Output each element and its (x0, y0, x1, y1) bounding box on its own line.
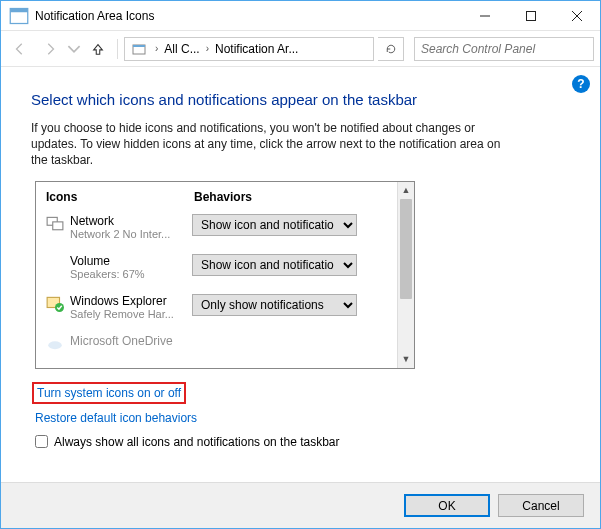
icons-list-panel: Icons Behaviors Network Network 2 No Int… (35, 181, 415, 369)
scroll-down-icon[interactable]: ▼ (398, 351, 414, 368)
breadcrumb-root-icon (131, 41, 147, 57)
item-subtitle: Safely Remove Har... (70, 308, 192, 320)
links-section: Turn system icons on or off Restore defa… (35, 383, 570, 425)
close-button[interactable] (554, 1, 600, 31)
page-heading: Select which icons and notifications app… (31, 91, 570, 108)
list-item: Volume Speakers: 67% Show icon and notif… (46, 250, 387, 290)
ok-button[interactable]: OK (404, 494, 490, 517)
svg-rect-1 (10, 8, 28, 12)
item-name: Volume (70, 254, 192, 268)
svg-rect-3 (527, 12, 536, 21)
window-controls (462, 1, 600, 30)
list-item: Network Network 2 No Inter... Show icon … (46, 210, 387, 250)
icons-list: Icons Behaviors Network Network 2 No Int… (36, 182, 397, 368)
maximize-button[interactable] (508, 1, 554, 31)
search-input[interactable] (415, 42, 593, 56)
dialog-footer: OK Cancel (1, 482, 600, 528)
svg-rect-7 (133, 45, 145, 47)
search-box[interactable] (414, 37, 594, 61)
svg-rect-9 (53, 221, 63, 229)
item-name: Windows Explorer (70, 294, 192, 308)
help-icon[interactable]: ? (572, 75, 590, 93)
content-area: ? Select which icons and notifications a… (1, 67, 600, 482)
page-description: If you choose to hide icons and notifica… (31, 120, 511, 169)
always-show-checkbox[interactable] (35, 435, 48, 448)
item-name: Network (70, 214, 192, 228)
cancel-button[interactable]: Cancel (498, 494, 584, 517)
window-frame: Notification Area Icons › All C... › Not… (0, 0, 601, 529)
item-subtitle: Network 2 No Inter... (70, 228, 192, 240)
behavior-select[interactable]: Show icon and notificatio (192, 214, 357, 236)
behavior-select[interactable]: Only show notifications (192, 294, 357, 316)
item-subtitle: Speakers: 67% (70, 268, 192, 280)
column-header-behaviors: Behaviors (194, 190, 387, 204)
titlebar[interactable]: Notification Area Icons (1, 1, 600, 31)
chevron-right-icon[interactable]: › (202, 43, 213, 54)
window-icon (9, 6, 29, 26)
breadcrumb-item-1[interactable]: All C... (162, 42, 201, 56)
list-item: Microsoft OneDrive (46, 330, 387, 352)
explorer-icon (46, 294, 64, 312)
up-button[interactable] (85, 36, 111, 62)
forward-button[interactable] (37, 36, 63, 62)
navbar: › All C... › Notification Ar... (1, 31, 600, 67)
always-show-label: Always show all icons and notifications … (54, 435, 340, 449)
item-name: Microsoft OneDrive (70, 334, 192, 348)
breadcrumb[interactable]: › All C... › Notification Ar... (124, 37, 374, 61)
column-header-icons: Icons (46, 190, 194, 204)
list-item: Windows Explorer Safely Remove Har... On… (46, 290, 387, 330)
volume-icon (46, 254, 64, 272)
chevron-right-icon[interactable]: › (151, 43, 162, 54)
scrollbar[interactable]: ▲ ▼ (397, 182, 414, 368)
window-title: Notification Area Icons (35, 9, 462, 23)
always-show-checkbox-row[interactable]: Always show all icons and notifications … (35, 435, 570, 449)
nav-separator (117, 39, 118, 59)
column-headers: Icons Behaviors (46, 190, 387, 210)
breadcrumb-item-2[interactable]: Notification Ar... (213, 42, 300, 56)
minimize-button[interactable] (462, 1, 508, 31)
recent-dropdown-icon[interactable] (67, 36, 81, 62)
scroll-up-icon[interactable]: ▲ (398, 182, 414, 199)
network-icon (46, 214, 64, 232)
scroll-thumb[interactable] (400, 199, 412, 299)
restore-defaults-link[interactable]: Restore default icon behaviors (35, 411, 570, 425)
turn-system-icons-link[interactable]: Turn system icons on or off (35, 385, 183, 401)
refresh-button[interactable] (378, 37, 404, 61)
behavior-select[interactable]: Show icon and notificatio (192, 254, 357, 276)
onedrive-icon (46, 334, 64, 352)
back-button[interactable] (7, 36, 33, 62)
svg-point-12 (48, 341, 62, 349)
